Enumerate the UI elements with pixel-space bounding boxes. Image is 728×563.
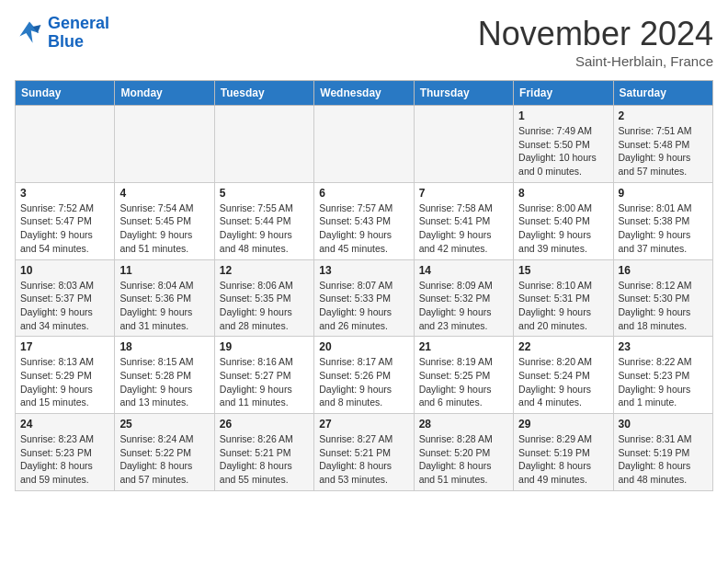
day-info: Sunrise: 8:27 AMSunset: 5:21 PMDaylight:…: [319, 432, 408, 487]
calendar-day-cell: 18Sunrise: 8:15 AMSunset: 5:28 PMDayligh…: [115, 337, 214, 414]
calendar-day-cell: [314, 106, 414, 183]
day-number: 6: [319, 187, 408, 200]
day-info: Sunrise: 7:58 AMSunset: 5:41 PMDaylight:…: [419, 201, 508, 256]
calendar-day-cell: 28Sunrise: 8:28 AMSunset: 5:20 PMDayligh…: [414, 414, 513, 491]
day-info: Sunrise: 8:19 AMSunset: 5:25 PMDaylight:…: [419, 355, 508, 409]
day-info: Sunrise: 8:20 AMSunset: 5:24 PMDaylight:…: [518, 355, 608, 409]
day-info: Sunrise: 8:12 AMSunset: 5:30 PMDaylight:…: [619, 279, 708, 333]
day-info: Sunrise: 7:57 AMSunset: 5:43 PMDaylight:…: [319, 201, 408, 256]
calendar-day-cell: 30Sunrise: 8:31 AMSunset: 5:19 PMDayligh…: [613, 414, 712, 491]
day-info: Sunrise: 8:23 AMSunset: 5:23 PMDaylight:…: [20, 432, 109, 487]
day-info: Sunrise: 8:07 AMSunset: 5:33 PMDaylight:…: [319, 279, 408, 333]
day-number: 5: [220, 187, 309, 200]
day-number: 7: [419, 187, 508, 200]
calendar-day-cell: [16, 106, 115, 183]
day-info: Sunrise: 8:17 AMSunset: 5:26 PMDaylight:…: [319, 355, 408, 409]
calendar-day-cell: [115, 106, 214, 183]
calendar-body: 1Sunrise: 7:49 AMSunset: 5:50 PMDaylight…: [16, 106, 713, 491]
calendar-day-cell: 5Sunrise: 7:55 AMSunset: 5:44 PMDaylight…: [214, 182, 313, 259]
day-info: Sunrise: 8:04 AMSunset: 5:36 PMDaylight:…: [119, 279, 209, 333]
calendar-day-cell: 13Sunrise: 8:07 AMSunset: 5:33 PMDayligh…: [314, 259, 414, 337]
calendar-day-cell: 6Sunrise: 7:57 AMSunset: 5:43 PMDaylight…: [314, 182, 414, 259]
weekday-header-cell: Sunday: [16, 81, 115, 106]
day-number: 25: [119, 418, 209, 431]
calendar-day-cell: 26Sunrise: 8:26 AMSunset: 5:21 PMDayligh…: [214, 414, 313, 491]
calendar-day-cell: 14Sunrise: 8:09 AMSunset: 5:32 PMDayligh…: [414, 259, 513, 337]
calendar-week-row: 1Sunrise: 7:49 AMSunset: 5:50 PMDaylight…: [16, 106, 713, 183]
logo-icon: [15, 18, 44, 48]
day-number: 17: [20, 340, 109, 353]
weekday-header-cell: Monday: [115, 81, 214, 106]
weekday-header-cell: Wednesday: [314, 81, 414, 106]
calendar-day-cell: [214, 106, 313, 183]
day-number: 10: [20, 264, 109, 277]
day-number: 4: [119, 187, 209, 200]
day-info: Sunrise: 8:24 AMSunset: 5:22 PMDaylight:…: [119, 432, 209, 487]
day-info: Sunrise: 8:13 AMSunset: 5:29 PMDaylight:…: [20, 355, 109, 409]
calendar-day-cell: 16Sunrise: 8:12 AMSunset: 5:30 PMDayligh…: [613, 259, 712, 337]
day-info: Sunrise: 7:51 AMSunset: 5:48 PMDaylight:…: [619, 124, 708, 178]
day-number: 26: [220, 418, 309, 431]
day-number: 13: [319, 264, 408, 277]
day-info: Sunrise: 7:49 AMSunset: 5:50 PMDaylight:…: [518, 124, 608, 178]
logo: General Blue: [15, 15, 109, 52]
weekday-header-row: SundayMondayTuesdayWednesdayThursdayFrid…: [16, 81, 713, 106]
day-info: Sunrise: 8:03 AMSunset: 5:37 PMDaylight:…: [20, 279, 109, 333]
calendar-day-cell: 21Sunrise: 8:19 AMSunset: 5:25 PMDayligh…: [414, 337, 513, 414]
svg-marker-0: [19, 21, 39, 42]
calendar-week-row: 24Sunrise: 8:23 AMSunset: 5:23 PMDayligh…: [16, 414, 713, 491]
day-info: Sunrise: 8:01 AMSunset: 5:38 PMDaylight:…: [619, 201, 708, 256]
calendar-day-cell: 10Sunrise: 8:03 AMSunset: 5:37 PMDayligh…: [16, 259, 115, 337]
day-number: 23: [619, 340, 708, 353]
calendar-day-cell: 17Sunrise: 8:13 AMSunset: 5:29 PMDayligh…: [16, 337, 115, 414]
day-info: Sunrise: 8:26 AMSunset: 5:21 PMDaylight:…: [220, 432, 309, 487]
day-number: 27: [319, 418, 408, 431]
day-info: Sunrise: 8:06 AMSunset: 5:35 PMDaylight:…: [220, 279, 309, 333]
day-info: Sunrise: 7:52 AMSunset: 5:47 PMDaylight:…: [20, 201, 109, 256]
day-number: 11: [119, 264, 209, 277]
day-info: Sunrise: 8:15 AMSunset: 5:28 PMDaylight:…: [119, 355, 209, 409]
day-number: 21: [419, 340, 508, 353]
title-area: November 2024 Saint-Herblain, France: [478, 15, 713, 69]
day-number: 30: [619, 418, 708, 431]
day-number: 3: [20, 187, 109, 200]
day-number: 28: [419, 418, 508, 431]
weekday-header-cell: Thursday: [414, 81, 513, 106]
day-info: Sunrise: 8:09 AMSunset: 5:32 PMDaylight:…: [419, 279, 508, 333]
day-number: 19: [220, 340, 309, 353]
calendar-week-row: 17Sunrise: 8:13 AMSunset: 5:29 PMDayligh…: [16, 337, 713, 414]
day-info: Sunrise: 8:29 AMSunset: 5:19 PMDaylight:…: [518, 432, 608, 487]
day-number: 1: [518, 109, 608, 122]
day-number: 15: [518, 264, 608, 277]
day-number: 14: [419, 264, 508, 277]
calendar-day-cell: 15Sunrise: 8:10 AMSunset: 5:31 PMDayligh…: [514, 259, 613, 337]
day-info: Sunrise: 7:55 AMSunset: 5:44 PMDaylight:…: [220, 201, 309, 256]
weekday-header-cell: Friday: [514, 81, 613, 106]
calendar-day-cell: 24Sunrise: 8:23 AMSunset: 5:23 PMDayligh…: [16, 414, 115, 491]
calendar-day-cell: 22Sunrise: 8:20 AMSunset: 5:24 PMDayligh…: [514, 337, 613, 414]
calendar-day-cell: 9Sunrise: 8:01 AMSunset: 5:38 PMDaylight…: [613, 182, 712, 259]
day-number: 8: [518, 187, 608, 200]
day-number: 9: [619, 187, 708, 200]
calendar-day-cell: 19Sunrise: 8:16 AMSunset: 5:27 PMDayligh…: [214, 337, 313, 414]
calendar-day-cell: 7Sunrise: 7:58 AMSunset: 5:41 PMDaylight…: [414, 182, 513, 259]
day-info: Sunrise: 8:22 AMSunset: 5:23 PMDaylight:…: [619, 355, 708, 409]
day-number: 18: [119, 340, 209, 353]
weekday-header-cell: Saturday: [613, 81, 712, 106]
logo-text: General Blue: [48, 15, 109, 52]
day-info: Sunrise: 8:16 AMSunset: 5:27 PMDaylight:…: [220, 355, 309, 409]
location-title: Saint-Herblain, France: [478, 53, 713, 69]
calendar-day-cell: 1Sunrise: 7:49 AMSunset: 5:50 PMDaylight…: [514, 106, 613, 183]
day-info: Sunrise: 8:31 AMSunset: 5:19 PMDaylight:…: [619, 432, 708, 487]
calendar-day-cell: 27Sunrise: 8:27 AMSunset: 5:21 PMDayligh…: [314, 414, 414, 491]
calendar-week-row: 3Sunrise: 7:52 AMSunset: 5:47 PMDaylight…: [16, 182, 713, 259]
calendar-day-cell: 12Sunrise: 8:06 AMSunset: 5:35 PMDayligh…: [214, 259, 313, 337]
month-title: November 2024: [478, 15, 713, 53]
calendar-day-cell: 8Sunrise: 8:00 AMSunset: 5:40 PMDaylight…: [514, 182, 613, 259]
weekday-header-cell: Tuesday: [214, 81, 313, 106]
calendar-table: SundayMondayTuesdayWednesdayThursdayFrid…: [15, 80, 713, 491]
header: General Blue November 2024 Saint-Herblai…: [15, 15, 713, 69]
calendar-day-cell: 20Sunrise: 8:17 AMSunset: 5:26 PMDayligh…: [314, 337, 414, 414]
day-number: 16: [619, 264, 708, 277]
calendar-day-cell: 4Sunrise: 7:54 AMSunset: 5:45 PMDaylight…: [115, 182, 214, 259]
